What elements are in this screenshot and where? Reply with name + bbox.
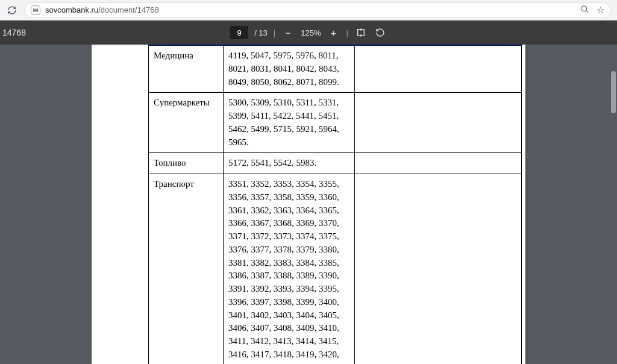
- reload-button[interactable]: [6, 4, 18, 16]
- zoom-indicator-icon[interactable]: [580, 5, 589, 16]
- zoom-out-button[interactable]: −: [281, 26, 295, 39]
- vertical-scrollbar[interactable]: [611, 71, 616, 113]
- codes-cell: 5172, 5541, 5542, 5983.: [223, 153, 354, 174]
- pdf-viewer: 14768 9 / 13 | − 125% + | Медицина4: [0, 20, 617, 364]
- table-row: Топливо5172, 5541, 5542, 5983.: [149, 153, 522, 174]
- mcc-table: Медицина4119, 5047, 5975, 5976, 8011, 80…: [148, 45, 522, 364]
- zoom-in-button[interactable]: +: [327, 26, 340, 39]
- codes-cell: 4119, 5047, 5975, 5976, 8011, 8021, 8031…: [223, 45, 354, 93]
- page-total: / 13: [254, 28, 268, 37]
- pdf-doc-title: 14768: [0, 20, 26, 45]
- table-row: Супермаркеты5300, 5309, 5310, 5311, 5331…: [149, 93, 522, 153]
- svg-line-3: [586, 10, 588, 13]
- toolbar-separator: |: [346, 28, 348, 37]
- category-cell: Топливо: [149, 153, 224, 174]
- page-number-input[interactable]: 9: [230, 26, 248, 39]
- table-row: Транспорт3351, 3352, 3353, 3354, 3355, 3…: [149, 174, 522, 365]
- extra-cell: [354, 174, 521, 365]
- toolbar-separator: |: [274, 28, 275, 37]
- svg-rect-0: [33, 8, 38, 10]
- pdf-page-area[interactable]: Медицина4119, 5047, 5975, 5976, 8011, 80…: [0, 45, 617, 364]
- extra-cell: [354, 93, 521, 153]
- rotate-button[interactable]: [374, 26, 387, 39]
- category-cell: Супермаркеты: [149, 93, 224, 153]
- browser-address-bar: sovcombank.ru/document/14768 ☆: [0, 0, 617, 20]
- url-text: sovcombank.ru/document/14768: [45, 5, 575, 14]
- zoom-level[interactable]: 125%: [301, 28, 321, 37]
- site-info-icon[interactable]: [31, 5, 40, 15]
- svg-rect-1: [33, 10, 38, 11]
- table-row: Медицина4119, 5047, 5975, 5976, 8011, 80…: [149, 45, 522, 93]
- codes-cell: 3351, 3352, 3353, 3354, 3355, 3356, 3357…: [223, 174, 354, 365]
- category-cell: Транспорт: [149, 174, 224, 365]
- fit-to-page-button[interactable]: [354, 26, 368, 39]
- extra-cell: [354, 153, 521, 174]
- category-cell: Медицина: [149, 45, 224, 93]
- url-bar[interactable]: sovcombank.ru/document/14768 ☆: [24, 2, 611, 18]
- pdf-page: Медицина4119, 5047, 5975, 5976, 8011, 80…: [92, 45, 525, 364]
- extra-cell: [354, 45, 521, 93]
- bookmark-star-icon[interactable]: ☆: [597, 5, 604, 16]
- svg-point-2: [581, 5, 587, 11]
- codes-cell: 5300, 5309, 5310, 5311, 5331, 5399, 5411…: [223, 93, 354, 153]
- pdf-toolbar: 14768 9 / 13 | − 125% + |: [0, 20, 617, 45]
